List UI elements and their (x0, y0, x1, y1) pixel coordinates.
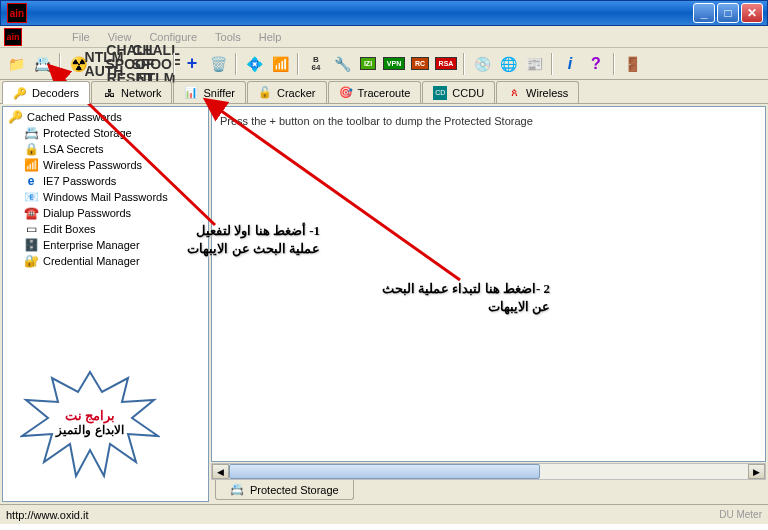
dump-button[interactable]: 📇 (30, 52, 54, 76)
tree-item-enterprise-manager[interactable]: 🗄️Enterprise Manager (5, 237, 206, 253)
tab-label: CCDU (452, 87, 484, 99)
tree-item-windows-mail[interactable]: 📧Windows Mail Passwords (5, 189, 206, 205)
cache-icon: 🔑 (7, 110, 23, 124)
tab-decoders[interactable]: 🔑Decoders (2, 81, 90, 104)
separator (551, 53, 553, 75)
tree-item-lsa-secrets[interactable]: 🔒LSA Secrets (5, 141, 206, 157)
tree-item-dialup[interactable]: ☎️Dialup Passwords (5, 205, 206, 221)
tab-wireless[interactable]: ጰWireless (496, 81, 579, 103)
delete-button[interactable]: 🗑️ (206, 52, 230, 76)
tree-item-wireless-passwords[interactable]: 📶Wireless Passwords (5, 157, 206, 173)
bottom-tab-label: Protected Storage (250, 484, 339, 496)
cert-button[interactable]: 📰 (522, 52, 546, 76)
network-icon: 🖧 (102, 86, 116, 100)
help-button[interactable]: ? (584, 52, 608, 76)
tree-item-ie7-passwords[interactable]: eIE7 Passwords (5, 173, 206, 189)
menu-tools[interactable]: Tools (207, 28, 249, 46)
storage-icon: 📇 (23, 126, 39, 140)
status-bar: http://www.oxid.it DU Meter (0, 504, 768, 524)
tree-label: Windows Mail Passwords (43, 191, 168, 203)
tab-traceroute[interactable]: 🎯Traceroute (328, 81, 422, 103)
tab-ccdu[interactable]: CDCCDU (422, 81, 495, 103)
tree-label: Protected Storage (43, 127, 132, 139)
app-icon-small: ain (4, 28, 22, 46)
badge-vpn[interactable]: VPN (382, 52, 406, 76)
badge-izi[interactable]: IZI (356, 52, 380, 76)
content-hint: Press the + button on the toolbar to dum… (220, 115, 533, 127)
globe-button[interactable]: 🌐 (496, 52, 520, 76)
open-folder-button[interactable]: 📁 (4, 52, 28, 76)
separator (613, 53, 615, 75)
title-bar: ain _ □ ✕ (0, 0, 768, 26)
tree-item-protected-storage[interactable]: 📇Protected Storage (5, 125, 206, 141)
tab-label: Wireless (526, 87, 568, 99)
ie-icon: e (23, 174, 39, 188)
lsa-icon: 🔒 (23, 142, 39, 156)
tree-item-credential-manager[interactable]: 🔐Credential Manager (5, 253, 206, 269)
scroll-left-button[interactable]: ◀ (212, 464, 229, 479)
scroll-track[interactable] (229, 464, 748, 479)
info-button[interactable]: i (558, 52, 582, 76)
menu-file[interactable]: File (64, 28, 98, 46)
close-button[interactable]: ✕ (741, 3, 763, 23)
key-button[interactable]: 🔧 (330, 52, 354, 76)
app-icon: ain (7, 3, 27, 23)
tree-label: Edit Boxes (43, 223, 96, 235)
bottom-tab-bar: 📇Protected Storage (211, 480, 766, 502)
key-icon: 🔑 (13, 86, 27, 100)
status-right: DU Meter (719, 509, 762, 520)
tab-label: Cracker (277, 87, 316, 99)
tree-root-item[interactable]: 🔑Cached Passwords (5, 109, 206, 125)
window-controls: _ □ ✕ (693, 3, 765, 23)
add-button[interactable]: + (180, 52, 204, 76)
tree-label: IE7 Passwords (43, 175, 116, 187)
content-area: Press the + button on the toolbar to dum… (211, 106, 766, 502)
tree-item-edit-boxes[interactable]: ▭Edit Boxes (5, 221, 206, 237)
horizontal-scrollbar[interactable]: ◀ ▶ (211, 463, 766, 480)
traceroute-icon: 🎯 (339, 86, 353, 100)
dialup-icon: ☎️ (23, 206, 39, 220)
nic-button[interactable]: 💠 (242, 52, 266, 76)
tab-label: Decoders (32, 87, 79, 99)
ccdu-icon: CD (433, 86, 447, 100)
wireless-button[interactable]: 📶 (268, 52, 292, 76)
tree-label: Credential Manager (43, 255, 140, 267)
tree-label: LSA Secrets (43, 143, 104, 155)
maximize-button[interactable]: □ (717, 3, 739, 23)
wifi-icon: 📶 (23, 158, 39, 172)
bottom-tab-protected-storage[interactable]: 📇Protected Storage (215, 480, 354, 500)
tab-cracker[interactable]: 🔓Cracker (247, 81, 327, 103)
chall-ntlm-button[interactable]: CHALL SPOOF NTLM (144, 52, 168, 76)
b64-button[interactable]: B 64 (304, 52, 328, 76)
enterprise-icon: 🗄️ (23, 238, 39, 252)
separator (297, 53, 299, 75)
sidebar-tree: 🔑Cached Passwords 📇Protected Storage 🔒LS… (2, 106, 209, 502)
cracker-icon: 🔓 (258, 86, 272, 100)
menu-help[interactable]: Help (251, 28, 290, 46)
content-main: Press the + button on the toolbar to dum… (211, 106, 766, 462)
status-url: http://www.oxid.it (6, 509, 89, 521)
tab-label: Traceroute (358, 87, 411, 99)
separator (463, 53, 465, 75)
tree-label: Cached Passwords (27, 111, 122, 123)
tab-label: Network (121, 87, 161, 99)
mail-icon: 📧 (23, 190, 39, 204)
exit-button[interactable]: 🚪 (620, 52, 644, 76)
tree-label: Dialup Passwords (43, 207, 131, 219)
wireless-icon: ጰ (507, 86, 521, 100)
tree-label: Wireless Passwords (43, 159, 142, 171)
credential-icon: 🔐 (23, 254, 39, 268)
tab-sniffer[interactable]: 📊Sniffer (173, 81, 246, 103)
badge-rc[interactable]: RC (408, 52, 432, 76)
scroll-right-button[interactable]: ▶ (748, 464, 765, 479)
scroll-thumb[interactable] (229, 464, 540, 479)
workspace: 🔑Cached Passwords 📇Protected Storage 🔒LS… (0, 104, 768, 504)
badge-rsa[interactable]: RSA (434, 52, 458, 76)
tab-network[interactable]: 🖧Network (91, 81, 172, 103)
separator (59, 53, 61, 75)
minimize-button[interactable]: _ (693, 3, 715, 23)
separator (173, 53, 175, 75)
cd-button[interactable]: 💿 (470, 52, 494, 76)
tab-label: Sniffer (203, 87, 235, 99)
toolbar: 📁 📇 ☢️ NTLM AUTH CHALL SPOOF RESET CHALL… (0, 48, 768, 80)
